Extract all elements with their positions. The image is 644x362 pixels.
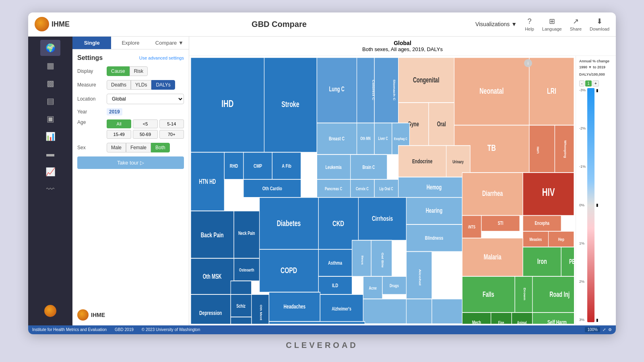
chart-subtitle: Both sexes, All ages, 2019, DALYs: [192, 46, 613, 52]
status-bar: Institute for Health Metrics and Evaluat…: [28, 325, 616, 334]
download-label: Download: [590, 27, 609, 31]
download-action[interactable]: ⬇ Download: [590, 17, 609, 31]
zoom-indicator: 100%: [585, 327, 600, 332]
tab-explore[interactable]: Explore: [111, 37, 150, 49]
chart-area: Global Both sexes, All ages, 2019, DALYs…: [189, 37, 616, 325]
ihme-logo-small: [77, 309, 89, 321]
sidebar-icon-grid1[interactable]: ▦: [40, 58, 60, 74]
legend-plus-btn[interactable]: +: [592, 80, 599, 86]
sidebar-icon-stack[interactable]: ▬: [40, 146, 60, 162]
location-select[interactable]: Global: [107, 94, 184, 104]
sidebar-icon-grid2[interactable]: ▩: [40, 75, 60, 91]
svg-text:Osteoarth: Osteoarth: [239, 267, 254, 272]
settings-icon[interactable]: ⚙: [608, 327, 612, 332]
age-lt5-btn[interactable]: <5: [133, 119, 157, 128]
sex-female-btn[interactable]: Female: [126, 143, 151, 152]
year-row: Year 2019: [77, 108, 184, 115]
settings-panel: Settings Use advanced settings Display C…: [72, 49, 189, 304]
sidebar-icon-chart[interactable]: 📈: [40, 164, 60, 180]
sidebar-icon-grid3[interactable]: ▤: [40, 93, 60, 109]
download-icon: ⬇: [597, 17, 603, 26]
svg-text:Brain C: Brain C: [362, 164, 375, 170]
svg-text:Hemog: Hemog: [427, 183, 442, 190]
info-icon[interactable]: i: [524, 59, 532, 67]
svg-text:Back Pain: Back Pain: [201, 231, 224, 238]
age-grid: All <5 5-14 15-49 50-69 70+: [107, 119, 184, 139]
svg-text:STI: STI: [498, 220, 504, 226]
ihme-logo-bottom: IHME: [72, 304, 189, 325]
chart-header: Global Both sexes, All ages, 2019, DALYs: [189, 37, 616, 56]
svg-text:Diabetes: Diabetes: [277, 218, 301, 228]
sidebar-icon-bars[interactable]: 📊: [40, 128, 60, 144]
measure-deaths-btn[interactable]: Deaths: [107, 80, 131, 90]
svg-text:Mech: Mech: [472, 319, 481, 323]
tm-misc1: [363, 299, 406, 324]
logo-circle: [35, 17, 49, 31]
svg-text:Alcohol: Alcohol: [419, 269, 422, 285]
sex-male-btn[interactable]: Male: [107, 143, 126, 152]
svg-text:Drugs: Drugs: [390, 283, 399, 288]
legend-year-range: 1990 ▼ to 2019: [579, 65, 613, 70]
svg-text:Oth MSK: Oth MSK: [203, 273, 222, 280]
help-icon: ?: [527, 17, 531, 26]
svg-text:TB: TB: [487, 142, 496, 152]
display-row: Display Cause Risk: [77, 66, 184, 76]
svg-text:A Fib: A Fib: [282, 162, 291, 169]
app-container: IHME GBD Compare Visualizations ▼ ? Help…: [28, 12, 616, 350]
svg-text:Neonatal: Neonatal: [479, 86, 504, 95]
legend-labels: -3% -2% -1% 0% 1% 2% 3%: [579, 88, 586, 322]
location-row: Location Global: [77, 94, 184, 104]
expand-icon[interactable]: ⤢: [603, 327, 606, 332]
svg-text:Cirrhosis: Cirrhosis: [372, 215, 393, 222]
measure-row: Measure Deaths YLDs DALYs: [77, 80, 184, 90]
age-row: Age All <5 5-14 15-49 50-69 70+: [77, 119, 184, 139]
sidebar-icon-globe[interactable]: 🌍: [40, 40, 60, 56]
language-action[interactable]: ⊞ Language: [542, 17, 562, 31]
svg-text:Falls: Falls: [483, 290, 494, 298]
age-all-btn[interactable]: All: [107, 119, 131, 128]
legend-active-btn[interactable]: 1: [585, 80, 592, 86]
age-50-69-btn[interactable]: 50-69: [133, 130, 157, 139]
svg-text:Oth Ment: Oth Ment: [260, 304, 262, 320]
age-70plus-btn[interactable]: 70+: [159, 130, 184, 139]
svg-text:Leukemia: Leukemia: [326, 164, 342, 170]
sidebar-icon-grid4[interactable]: ▣: [40, 111, 60, 127]
help-action[interactable]: ? Help: [525, 17, 534, 31]
svg-text:Neck Pain: Neck Pain: [238, 230, 255, 236]
age-15-49-btn[interactable]: 15-49: [107, 130, 131, 139]
tab-bar: Single Explore Compare ▼: [72, 37, 189, 49]
control-panel: Single Explore Compare ▼ Settings Use ad…: [72, 37, 189, 325]
svg-text:Drown: Drown: [523, 288, 526, 300]
svg-text:IHD: IHD: [221, 98, 233, 109]
measure-dalys-btn[interactable]: DALYs: [151, 80, 175, 90]
sidebar-icon-ihme[interactable]: [40, 303, 60, 319]
tm-misc3: [269, 321, 365, 324]
status-copyright: © 2023 University of Washington: [142, 327, 200, 332]
measure-ylds-btn[interactable]: YLDs: [131, 80, 151, 90]
tour-button[interactable]: Take tour ▷: [77, 156, 184, 169]
age-5-14-btn[interactable]: 5-14: [159, 119, 184, 128]
svg-text:Asthma: Asthma: [328, 259, 342, 265]
sidebar-icon-wave[interactable]: 〰: [40, 181, 60, 197]
svg-text:Headaches: Headaches: [284, 303, 305, 310]
svg-text:Hearing: Hearing: [426, 207, 442, 214]
svg-text:Oth Cardio: Oth Cardio: [262, 185, 282, 191]
advanced-link[interactable]: Use advanced settings: [139, 56, 184, 60]
display-cause-btn[interactable]: Cause: [107, 66, 130, 76]
legend-gradient: [587, 88, 594, 322]
location-label: Location: [77, 96, 103, 102]
share-action[interactable]: ↗ Share: [570, 17, 582, 31]
sex-label: Sex: [77, 145, 103, 150]
visualizations-button[interactable]: Visualizations ▼: [475, 21, 517, 27]
svg-text:Depression: Depression: [199, 309, 222, 316]
display-risk-btn[interactable]: Risk: [130, 66, 148, 76]
legend-unit: DALYs/100,000: [579, 72, 613, 77]
sex-both-btn[interactable]: Both: [151, 143, 170, 152]
legend-minus-btn[interactable]: -: [579, 80, 584, 86]
svg-text:COPD: COPD: [281, 265, 297, 275]
tab-single[interactable]: Single: [72, 37, 111, 49]
language-label: Language: [542, 27, 562, 31]
tab-compare[interactable]: Compare ▼: [150, 37, 189, 49]
svg-text:URI: URI: [536, 146, 539, 153]
svg-text:Breast C: Breast C: [329, 135, 345, 141]
